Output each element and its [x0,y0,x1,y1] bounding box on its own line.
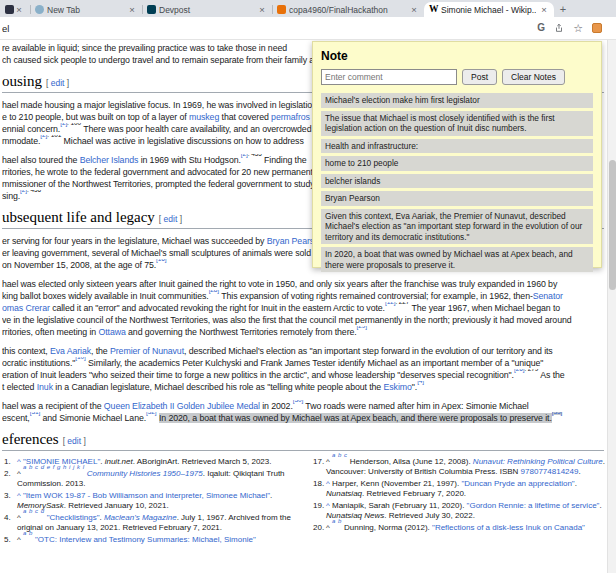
article-line: escent,[31] and Simonie Michael Lane.[32… [2,412,604,424]
text-link[interactable]: Belcher Islands [80,155,139,165]
section-heading-text: ousing [2,73,42,89]
text-run: , the [91,346,110,356]
text-run: er serving for four years in the legisla… [2,236,267,246]
reference-number: 5. [4,535,11,545]
text-run: in 1969 with Stu Hodgson. [138,155,241,165]
text-link[interactable]: Senator [533,291,563,301]
text-link[interactable]: Queen Elizabeth II Golden Jubilee Medal [104,401,260,411]
tab-devpost[interactable]: Devpost × [142,2,272,17]
text-run: . [578,467,580,476]
tab-close-icon[interactable]: × [409,4,419,15]
text-link[interactable]: [30] [293,400,303,403]
text-link[interactable]: [29] [357,326,367,329]
article-line: eration of Inuit leaders "who seized the… [2,369,604,381]
text-run: There was poor health care availability,… [81,124,311,134]
text-link[interactable]: Bryan Pears [267,236,314,246]
text-run: Michael was active in legislative discus… [61,136,303,146]
post-button[interactable]: Post [462,69,497,85]
text-link[interactable]: omas Crerar [2,303,50,313]
tab-new-tab[interactable]: New Tab × [30,2,142,17]
text-link[interactable]: 9780774814249 [521,467,579,476]
text-run: Harper, Kenn (November 21, 1997). [332,479,461,488]
text-link[interactable]: [2] [241,154,248,157]
wikipedia-w-icon: W [429,5,438,14]
text-run: . ABoriginArt. Retrieved March 5, 2023. [133,457,272,466]
tab-close-icon[interactable]: × [127,4,137,15]
page-content: re available in liquid; since the prevai… [0,40,616,573]
text-run: . Retrieved January 10, 2021. [64,501,169,510]
note-item: Michael's election make him first legisl… [321,93,593,108]
tab-close-icon[interactable]: × [257,4,267,15]
text-run: eration of Inuit leaders "who seized the… [2,370,514,380]
text-link[interactable]: [4] [417,381,424,384]
text-link[interactable]: Premier of Nunavut [110,346,184,356]
url-text[interactable]: el [2,23,537,34]
text-run: and Simonie Michael Lane. [40,413,146,423]
tab-close-icon[interactable]: × [539,4,549,15]
text-run: ^ [17,513,23,522]
text-link[interactable]: [32] [146,412,156,415]
text-link[interactable]: [2] [20,190,27,193]
bookmark-star-icon[interactable]: ☆ [573,23,583,34]
text-link[interactable]: Eva Aariak [50,346,91,356]
text-run: king ballot boxes widely available in In… [2,291,209,301]
text-link[interactable]: [31] [30,412,40,415]
text-run: : 456 [27,190,41,193]
article-line: omas Crerar called it an "error" and adv… [2,302,604,314]
share-icon[interactable] [554,23,564,33]
text-link[interactable]: muskeg [189,112,219,122]
text-link[interactable]: Nunavut: Rethinking Political Culture [473,457,603,466]
edit-section-link[interactable]: [ edit ] [159,214,182,224]
tab-0[interactable]: × [0,2,30,17]
text-link[interactable]: "Item WOK 19-87 - Bob Williamson and int… [23,491,270,500]
text-run: in 2002. [260,401,293,411]
text-link[interactable]: Community Histories 1950–1975 [87,469,203,478]
text-run: mmodate. [2,136,40,146]
text-run: ch caused sick people to undergo travel … [2,55,314,65]
scrollbar-thumb[interactable] [609,160,616,290]
text-link[interactable]: [10] [75,357,85,360]
note-item: Health and infrastructure: [321,139,593,154]
text-link[interactable]: [26] [514,369,524,372]
text-link[interactable]: "Checklistings" [47,513,100,522]
text-run: this context, [2,346,50,356]
edit-section-link[interactable]: [ edit ] [63,436,86,446]
tab-finalhackathon[interactable]: copa4960/FinalHackathon × [272,2,424,17]
text-link[interactable]: Inuk [37,382,53,392]
address-bar[interactable]: el G ☆ [0,17,616,40]
text-run: a b [332,518,344,524]
clear-notes-button[interactable]: Clear Notes [502,69,565,85]
text-link[interactable]: "OTC: Interview and Testimony Summaries:… [35,535,256,544]
text-run: Dunning, Norma (2012). [344,523,432,532]
article-paragraph: this context, Eva Aariak, the Premier of… [2,345,604,393]
tab-label: Devpost [159,5,254,15]
text-link[interactable]: "Reflections of a disk-less Inuk on Cana… [432,523,585,532]
text-run: e to 210 people, but was built on top of… [2,112,189,122]
orange-site-icon [277,5,286,14]
globe-icon [35,5,44,14]
reference-item: 18.^ Harper, Kenn (November 21, 1997). "… [311,479,606,499]
text-link[interactable]: [12] [385,302,395,305]
text-link[interactable]: Eskimo [384,382,412,392]
note-item: The issue that Michael is most closely i… [321,111,593,136]
text-link[interactable]: [16] [156,259,166,262]
edit-section-link[interactable]: [ edit ] [46,78,69,88]
text-link[interactable]: [33] [552,412,562,415]
scrollbar[interactable] [607,40,616,573]
text-link[interactable]: "Duncan Pryde an appreciation" [461,479,574,488]
text-run: hael was elected only sixteen years afte… [2,279,557,289]
tab-close-icon[interactable]: × [14,4,24,15]
text-run: Nunatsiaq [326,489,362,498]
text-link[interactable]: "Gordon Rennie: a lifetime of service" [467,501,600,510]
note-comment-input[interactable] [321,69,457,85]
note-extension-icon[interactable] [592,23,602,33]
text-run: ennial concern. [2,124,60,134]
new-tab-button[interactable]: + [554,2,572,17]
google-g-icon[interactable]: G [537,23,545,33]
text-link[interactable]: [28] [209,290,219,293]
text-link[interactable]: Maclean's Magazine [104,513,177,522]
text-run: As the [538,370,564,380]
text-link[interactable]: Ottawa [98,327,125,337]
tab-wikipedia-active[interactable]: W Simonie Michael - Wikip... × [424,2,554,17]
text-link[interactable]: permafros [271,112,310,122]
